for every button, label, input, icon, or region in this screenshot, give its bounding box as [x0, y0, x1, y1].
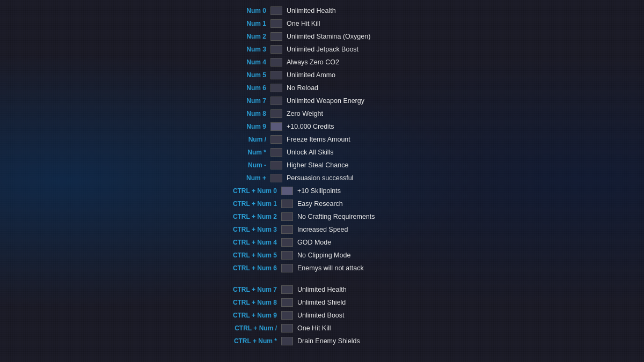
cheat-description: Unlimited Health [297, 286, 347, 293]
cheat-description: Drain Enemy Shields [297, 337, 360, 345]
cheat-row[interactable]: CTRL + Num 1Easy Research [209, 197, 435, 210]
toggle-checkbox[interactable] [281, 324, 293, 333]
key-label: Num 7 [211, 97, 270, 105]
key-label: Num 2 [211, 33, 270, 40]
toggle-checkbox[interactable] [270, 97, 282, 105]
key-label: CTRL + Num 0 [211, 187, 281, 195]
cheat-row[interactable]: Num 4Always Zero CO2 [209, 56, 435, 69]
cheat-row[interactable]: Num 3Unlimited Jetpack Boost [209, 43, 435, 56]
cheat-row[interactable]: CTRL + Num 0+10 Skillpoints [209, 184, 435, 197]
toggle-checkbox[interactable] [270, 58, 282, 67]
toggle-checkbox[interactable] [281, 298, 293, 307]
cheat-description: +10.000 Credits [287, 123, 334, 130]
key-label: Num 3 [211, 46, 270, 53]
cheat-row[interactable]: Num +Persuasion successful [209, 172, 435, 184]
cheat-row[interactable]: CTRL + Num /One Hit Kill [209, 322, 435, 335]
toggle-checkbox[interactable] [270, 161, 282, 169]
cheat-row[interactable]: Num 8Zero Weight [209, 107, 435, 120]
cheat-row[interactable]: CTRL + Num 8Unlimited Shield [209, 296, 435, 309]
key-label: Num 6 [211, 84, 270, 92]
key-label: Num 4 [211, 58, 270, 66]
cheat-row[interactable]: Num 6No Reload [209, 82, 435, 94]
toggle-checkbox[interactable] [281, 264, 293, 272]
toggle-checkbox[interactable] [270, 122, 282, 131]
cheat-row[interactable]: Num -Higher Steal Chance [209, 159, 435, 172]
cheat-description: Unlimited Stamina (Oxygen) [287, 33, 370, 40]
toggle-checkbox[interactable] [270, 71, 282, 79]
toggle-checkbox[interactable] [281, 251, 293, 260]
toggle-checkbox[interactable] [270, 6, 282, 15]
key-label: CTRL + Num 9 [211, 312, 281, 319]
cheat-description: One Hit Kill [287, 20, 320, 27]
cheat-description: Unlimited Shield [297, 299, 346, 306]
toggle-checkbox[interactable] [281, 238, 293, 247]
cheat-row[interactable]: Num 7Unlimited Weapon Energy [209, 94, 435, 107]
cheat-description: No Crafting Requirements [297, 213, 375, 220]
cheat-row[interactable]: CTRL + Num 5No Clipping Mode [209, 249, 435, 262]
key-label: CTRL + Num 8 [211, 299, 281, 306]
key-label: CTRL + Num * [211, 337, 281, 345]
key-label: Num * [211, 149, 270, 156]
cheat-row[interactable]: CTRL + Num 3Increased Speed [209, 223, 435, 236]
cheat-description: Higher Steal Chance [287, 161, 348, 169]
cheat-description: GOD Mode [297, 239, 331, 246]
key-label: Num - [211, 161, 270, 169]
toggle-checkbox[interactable] [270, 109, 282, 118]
key-label: CTRL + Num 3 [211, 226, 281, 233]
key-label: CTRL + Num 1 [211, 200, 281, 208]
toggle-checkbox[interactable] [281, 337, 293, 345]
cheat-row[interactable]: CTRL + Num 2No Crafting Requirements [209, 210, 435, 223]
cheat-row[interactable]: Num 9+10.000 Credits [209, 120, 435, 133]
key-label: Num / [211, 136, 270, 143]
cheat-description: Always Zero CO2 [287, 58, 339, 66]
cheat-description: No Reload [287, 84, 318, 92]
cheat-description: Unlimited Health [287, 7, 336, 14]
toggle-checkbox[interactable] [281, 212, 293, 221]
key-label: Num 1 [211, 20, 270, 27]
toggle-checkbox[interactable] [270, 148, 282, 157]
key-label: CTRL + Num 2 [211, 213, 281, 220]
toggle-checkbox[interactable] [270, 32, 282, 41]
toggle-checkbox[interactable] [270, 45, 282, 54]
toggle-checkbox[interactable] [270, 19, 282, 28]
cheat-row[interactable]: Num 5Unlimited Ammo [209, 69, 435, 82]
cheat-row[interactable]: CTRL + Num 7Unlimited Health [209, 283, 435, 296]
cheat-description: Persuasion successful [287, 174, 353, 182]
cheat-row[interactable]: Num /Freeze Items Amount [209, 133, 435, 146]
cheat-row[interactable]: CTRL + Num 6Enemys will not attack [209, 262, 435, 275]
cheat-description: Unlock All Skills [287, 149, 334, 156]
basic-cheats-section: Num 0Unlimited HealthNum 1One Hit KillNu… [209, 4, 435, 184]
cheat-description: Unlimited Ammo [287, 71, 335, 79]
toggle-checkbox[interactable] [281, 200, 293, 208]
cheat-description: Enemys will not attack [297, 264, 364, 272]
key-label: CTRL + Num 4 [211, 239, 281, 246]
cheat-row[interactable]: Num 1One Hit Kill [209, 17, 435, 30]
cheat-row[interactable]: Num 0Unlimited Health [209, 4, 435, 17]
starship-section-title [209, 275, 435, 283]
cheat-description: Freeze Items Amount [287, 136, 350, 143]
starship-cheats-section: CTRL + Num 7Unlimited HealthCTRL + Num 8… [209, 283, 435, 348]
key-label: CTRL + Num 5 [211, 252, 281, 259]
key-label: Num + [211, 174, 270, 182]
toggle-checkbox[interactable] [270, 84, 282, 92]
cheat-row[interactable]: CTRL + Num 4GOD Mode [209, 236, 435, 249]
cheat-description: Easy Research [297, 200, 343, 208]
cheat-description: One Hit Kill [297, 324, 331, 332]
cheat-description: Unlimited Weapon Energy [287, 97, 364, 105]
cheat-row[interactable]: CTRL + Num 9Unlimited Boost [209, 309, 435, 322]
key-label: CTRL + Num / [211, 324, 281, 332]
cheat-panel: Num 0Unlimited HealthNum 1One Hit KillNu… [209, 0, 435, 352]
toggle-checkbox[interactable] [270, 135, 282, 144]
cheat-row[interactable]: Num 2Unlimited Stamina (Oxygen) [209, 30, 435, 43]
toggle-checkbox[interactable] [270, 174, 282, 182]
key-label: Num 0 [211, 7, 270, 14]
cheat-description: Zero Weight [287, 110, 323, 117]
toggle-checkbox[interactable] [281, 187, 293, 195]
key-label: Num 5 [211, 71, 270, 79]
toggle-checkbox[interactable] [281, 225, 293, 234]
toggle-checkbox[interactable] [281, 311, 293, 320]
cheat-description: No Clipping Mode [297, 252, 350, 259]
cheat-row[interactable]: Num *Unlock All Skills [209, 146, 435, 159]
toggle-checkbox[interactable] [281, 285, 293, 294]
cheat-row[interactable]: CTRL + Num *Drain Enemy Shields [209, 335, 435, 348]
